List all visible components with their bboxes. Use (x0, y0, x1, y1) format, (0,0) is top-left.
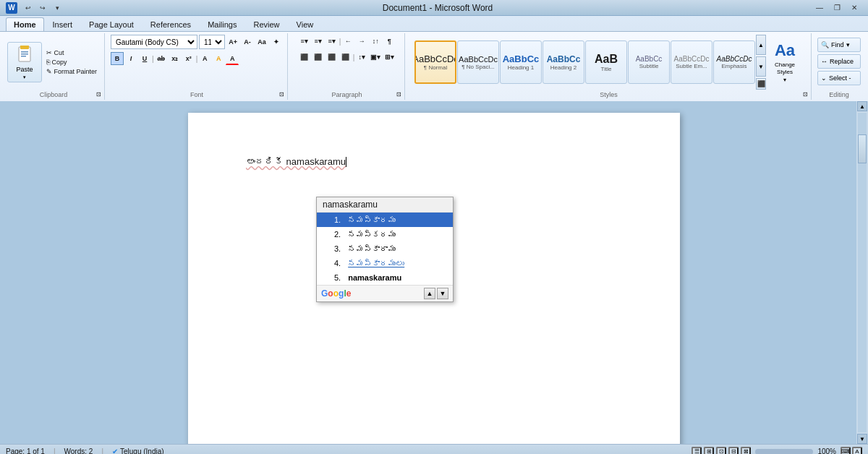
item-num-1: 1. (334, 215, 341, 224)
tab-mailings[interactable]: Mailings (200, 17, 244, 31)
bullets-button[interactable]: ≡▾ (298, 35, 311, 48)
subscript-button[interactable]: x₂ (169, 52, 182, 65)
line-spacing-button[interactable]: ↕▾ (355, 51, 368, 64)
redo-button[interactable]: ↪ (36, 2, 49, 14)
tab-home[interactable]: Home (6, 17, 44, 31)
styles-launcher[interactable]: ⊡ (801, 90, 809, 98)
item-num-3: 3. (334, 244, 341, 253)
close-button[interactable]: ✕ (846, 2, 862, 14)
zoom-level: 100% (817, 447, 836, 454)
tab-view[interactable]: View (289, 17, 322, 31)
styles-scroll-down[interactable]: ▼ (756, 56, 766, 77)
text-effects-button[interactable]: A (198, 52, 211, 65)
align-left-button[interactable]: ⬛ (298, 51, 311, 64)
clear-formatting-button[interactable]: ✦ (270, 35, 283, 48)
undo-button[interactable]: ↩ (22, 2, 35, 14)
vertical-scrollbar[interactable]: ▲ ▼ (856, 101, 868, 444)
increase-font-button[interactable]: A+ (226, 35, 239, 48)
copy-button[interactable]: ⎘ Copy (43, 58, 100, 67)
tab-page-layout[interactable]: Page Layout (81, 17, 142, 31)
web-layout-btn[interactable]: ⊡ (716, 447, 726, 455)
paragraph-launcher[interactable]: ⊡ (394, 90, 403, 98)
draft-btn[interactable]: ⊠ (741, 447, 751, 455)
document-content[interactable]: అందరికీ namaskaramu (246, 156, 622, 167)
scroll-down-arrow[interactable]: ▼ (857, 434, 867, 444)
style-title-label: Title (601, 66, 612, 72)
text-highlight-button[interactable]: A (212, 52, 225, 65)
autocomplete-item-2[interactable]: 2. నమస్కరము (317, 227, 453, 241)
bold-button[interactable]: B (111, 52, 124, 65)
select-button[interactable]: ⌄ Select - (817, 71, 861, 85)
keyboard-icon[interactable]: ⌨ (841, 447, 851, 455)
paste-dropdown-arrow: ▾ (23, 74, 26, 80)
align-right-button[interactable]: ⬛ (326, 51, 339, 64)
autocomplete-item-3[interactable]: 3. నమస్కారాము (317, 241, 453, 256)
find-button[interactable]: 🔍 Find ▾ (817, 38, 861, 52)
tab-insert[interactable]: Insert (45, 17, 81, 31)
decrease-font-button[interactable]: A- (241, 35, 254, 48)
print-layout-btn[interactable]: ☰ (692, 447, 702, 455)
tab-review[interactable]: Review (245, 17, 287, 31)
outline-btn[interactable]: ⊟ (728, 447, 739, 455)
style-heading1[interactable]: AaBbCc Heading 1 (500, 40, 542, 84)
styles-scroll-up[interactable]: ▲ (756, 35, 766, 55)
autocomplete-up-arrow[interactable]: ▲ (424, 288, 435, 299)
superscript-button[interactable]: x² (182, 52, 195, 65)
strikethrough-button[interactable]: ab (155, 52, 168, 65)
shading-button[interactable]: ▣▾ (369, 51, 382, 64)
minimize-button[interactable]: — (812, 2, 827, 14)
ribbon: Home Insert Page Layout References Maili… (0, 16, 868, 101)
underline-button[interactable]: U (138, 52, 151, 65)
font-launcher[interactable]: ⊡ (277, 90, 286, 98)
style-subtle-emphasis[interactable]: AaBbCcDc Subtle Em... (671, 40, 712, 84)
italic-button[interactable]: I (124, 52, 137, 65)
numbering-button[interactable]: ≡▾ (312, 35, 325, 48)
scroll-track[interactable] (858, 113, 867, 432)
svg-rect-3 (21, 51, 28, 53)
sort-button[interactable]: ↕↑ (369, 35, 382, 48)
style-emphasis[interactable]: AaBbCcDc Emphasis (713, 40, 755, 84)
style-normal[interactable]: AaBbCcDc ¶ Normal (414, 40, 456, 84)
align-center-button[interactable]: ⬛ (312, 51, 325, 64)
item-text-1: నమస్కారము (348, 215, 396, 224)
borders-button[interactable]: ⊞▾ (383, 51, 396, 64)
font-group-label: Font (111, 90, 283, 98)
autocomplete-down-arrow[interactable]: ▼ (437, 288, 448, 299)
style-title[interactable]: AaB Title (585, 40, 627, 84)
replace-icon: ↔ (821, 58, 827, 65)
font-color-button[interactable]: A (226, 52, 239, 65)
show-formatting-button[interactable]: ¶ (383, 35, 396, 48)
justify-button[interactable]: ⬛ (339, 51, 352, 64)
format-painter-button[interactable]: ✎ Format Painter (43, 67, 100, 76)
font-size-select[interactable]: 11 (199, 35, 225, 49)
styles-expand[interactable]: ⬛ (756, 78, 766, 90)
autocomplete-item-4[interactable]: 4. నమస్కారములు (317, 256, 453, 270)
clipboard-launcher[interactable]: ⊡ (94, 90, 103, 98)
font-name-select[interactable]: Gautami (Body CS) (111, 35, 197, 49)
cut-button[interactable]: ✂ Cut (43, 48, 100, 57)
zoom-slider[interactable] (755, 449, 813, 455)
full-screen-btn[interactable]: ⊞ (704, 447, 714, 455)
increase-indent-button[interactable]: → (355, 35, 368, 48)
change-styles-arrow: ▾ (783, 77, 786, 83)
tab-references[interactable]: References (142, 17, 199, 31)
decrease-indent-button[interactable]: ← (341, 35, 354, 48)
style-no-spacing[interactable]: AaBbCcDc ¶ No Spaci... (457, 40, 499, 84)
autocomplete-item-5[interactable]: 5. namaskaramu (317, 270, 453, 285)
autocomplete-item-1[interactable]: 1. నమస్కారము (317, 213, 453, 227)
replace-button[interactable]: ↔ Replace (817, 54, 861, 69)
quick-access-more[interactable]: ▾ (51, 2, 64, 14)
maximize-button[interactable]: ❐ (829, 2, 845, 14)
autocomplete-dropdown[interactable]: namaskaramu 1. నమస్కారము 2. నమస్కరము 3. … (316, 197, 454, 302)
change-styles-button[interactable]: Aa Change Styles ▾ (766, 40, 804, 84)
change-case-button[interactable]: Aa (255, 35, 268, 48)
paste-icon (16, 44, 33, 64)
paste-button[interactable]: Paste ▾ (7, 42, 42, 82)
scroll-thumb[interactable] (858, 134, 867, 163)
lang-icon[interactable]: A (852, 447, 862, 455)
style-heading2[interactable]: AaBbCc Heading 2 (542, 40, 584, 84)
style-subtitle[interactable]: AaBbCc Subtitle (628, 40, 670, 84)
scroll-up-arrow[interactable]: ▲ (857, 101, 867, 111)
multilevel-list-button[interactable]: ≡▾ (326, 35, 339, 48)
status-divider2: | (101, 447, 103, 454)
